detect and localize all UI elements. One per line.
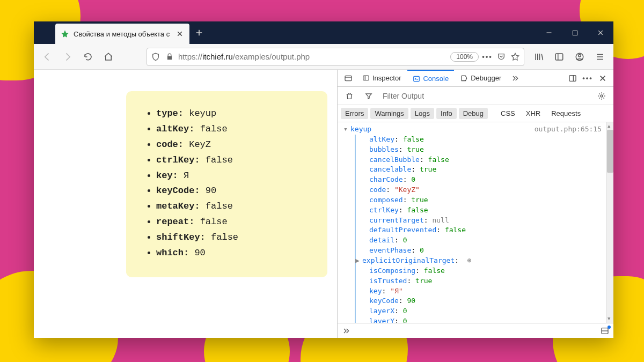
console-prop: charCode: 0 — [362, 175, 602, 185]
url-host: itchief.ru — [202, 52, 233, 61]
devtools-menu-icon[interactable]: ••• — [580, 71, 595, 86]
card-item: type: keyup — [156, 106, 309, 122]
meatballs-icon[interactable]: ••• — [482, 53, 493, 61]
card-item: shiftKey: false — [156, 230, 309, 246]
console-source-link[interactable]: output.php:65:15 — [530, 124, 602, 135]
tabs-overflow-icon[interactable] — [508, 71, 523, 86]
console-output: ▾ keyup output.php:65:15 altKey: falsebu… — [338, 122, 613, 323]
filter-logs[interactable]: Logs — [411, 108, 434, 119]
scroll-down-arrow-icon[interactable]: ▼ — [608, 315, 610, 322]
svg-rect-7 — [569, 75, 576, 81]
filter-info[interactable]: Info — [436, 108, 457, 119]
tab-console[interactable]: Console — [407, 70, 454, 87]
event-card: type: keyupaltKey: falsecode: KeyZctrlKe… — [126, 91, 327, 277]
new-tab-button[interactable] — [189, 21, 209, 44]
clear-console-icon[interactable] — [342, 88, 357, 104]
window-minimize-button[interactable] — [536, 21, 562, 44]
filter-funnel-icon[interactable] — [361, 88, 376, 104]
url-text: https://itchief.ru/examples/output.php — [178, 52, 447, 61]
card-item: metaKey: false — [156, 199, 309, 215]
console-prop: ctrlKey: false — [362, 205, 602, 216]
reload-button[interactable] — [79, 48, 97, 66]
filter-errors[interactable]: Errors — [341, 108, 368, 119]
window-titlebar: Свойства и методы объекта с — [34, 21, 613, 44]
svg-rect-6 — [414, 76, 420, 81]
forward-button[interactable] — [58, 48, 77, 66]
card-item: repeat: false — [156, 215, 309, 230]
collapse-toggle-icon[interactable]: ▾ — [341, 124, 350, 323]
devtools-panel: Inspector Console Debugger ••• — [337, 70, 613, 338]
svg-rect-5 — [363, 76, 369, 80]
console-prop: detail: 0 — [362, 235, 602, 246]
browser-tab[interactable]: Свойства и методы объекта с — [55, 24, 189, 44]
scroll-up-arrow-icon[interactable]: ▲ — [608, 123, 610, 130]
filter-debug[interactable]: Debug — [459, 108, 488, 119]
card-item: ctrlKey: false — [156, 153, 309, 168]
card-item: code: KeyZ — [156, 137, 309, 153]
browser-window: Свойства и методы объекта с — [34, 21, 613, 338]
bookmark-star-icon[interactable] — [510, 53, 521, 61]
console-prop: currentTarget: null — [362, 216, 602, 226]
card-item: which: 90 — [156, 246, 309, 261]
devtools-close-icon[interactable] — [595, 71, 610, 86]
card-item: key: Я — [156, 168, 309, 184]
console-prop: isTrusted: true — [362, 276, 602, 286]
console-prop: cancelable: true — [362, 165, 602, 175]
svg-rect-1 — [555, 54, 563, 60]
lock-icon[interactable] — [164, 53, 175, 61]
filter-xhr[interactable]: XHR — [522, 108, 545, 119]
tab-title: Свойства и методы объекта с — [74, 30, 175, 38]
hamburger-menu-icon[interactable] — [591, 48, 609, 66]
zoom-badge[interactable]: 100% — [450, 52, 479, 62]
console-filter-bar — [338, 87, 613, 105]
filter-css[interactable]: CSS — [496, 108, 519, 119]
console-prop: defaultPrevented: false — [362, 225, 602, 235]
sidebar-icon[interactable] — [550, 48, 568, 66]
svg-rect-0 — [573, 31, 577, 35]
account-icon[interactable] — [570, 48, 589, 66]
library-icon[interactable] — [530, 48, 548, 66]
back-button[interactable] — [38, 48, 56, 66]
console-input-bar[interactable] — [338, 323, 613, 338]
filter-output-input[interactable] — [380, 90, 590, 102]
console-filter-pills: Errors Warnings Logs Info Debug CSS XHR … — [338, 105, 613, 122]
url-path: /examples/output.php — [233, 52, 310, 61]
console-scrollbar[interactable]: ▲ ▼ — [606, 122, 613, 323]
console-prop: layerY: 0 — [362, 316, 602, 323]
tab-debugger[interactable]: Debugger — [455, 70, 507, 87]
filter-warnings[interactable]: Warnings — [370, 108, 408, 119]
tab-inspector[interactable]: Inspector — [357, 70, 406, 87]
console-prompt-icon — [342, 327, 350, 335]
shield-icon[interactable] — [150, 53, 161, 61]
window-close-button[interactable] — [588, 21, 613, 44]
console-prop: eventPhase: 0 — [362, 246, 602, 256]
dock-side-icon[interactable] — [565, 71, 580, 86]
page-viewport: type: keyupaltKey: falsecode: KeyZctrlKe… — [34, 70, 337, 338]
console-settings-icon[interactable] — [594, 88, 609, 104]
url-scheme: https:// — [178, 52, 202, 61]
console-prop: isComposing: false — [362, 266, 602, 276]
card-item: keyCode: 90 — [156, 183, 309, 199]
svg-rect-4 — [345, 76, 352, 80]
console-prop: bubbles: true — [362, 145, 602, 155]
filter-requests[interactable]: Requests — [547, 108, 585, 119]
home-button[interactable] — [99, 48, 118, 66]
console-prop: layerX: 0 — [362, 306, 602, 316]
console-prop: cancelBubble: false — [362, 155, 602, 165]
split-console-icon[interactable] — [601, 327, 609, 335]
pocket-icon[interactable] — [496, 53, 507, 61]
console-prop: code: "KeyZ" — [362, 185, 602, 195]
devtools-tabbar: Inspector Console Debugger ••• — [338, 70, 613, 87]
navigation-toolbar: https://itchief.ru/examples/output.php 1… — [34, 44, 613, 70]
favicon-icon — [61, 29, 69, 38]
close-tab-button[interactable] — [175, 29, 184, 38]
console-prop: altKey: false — [362, 135, 602, 145]
console-prop: ▶explicitOriginalTarget: ⊕ — [355, 256, 602, 266]
console-event-name[interactable]: keyup — [350, 124, 371, 135]
window-maximize-button[interactable] — [562, 21, 588, 44]
iframe-picker-icon[interactable] — [341, 71, 356, 86]
scrollbar-thumb[interactable] — [607, 130, 613, 173]
address-bar[interactable]: https://itchief.ru/examples/output.php 1… — [147, 48, 524, 66]
console-prop: composed: true — [362, 195, 602, 205]
svg-point-8 — [601, 95, 603, 97]
